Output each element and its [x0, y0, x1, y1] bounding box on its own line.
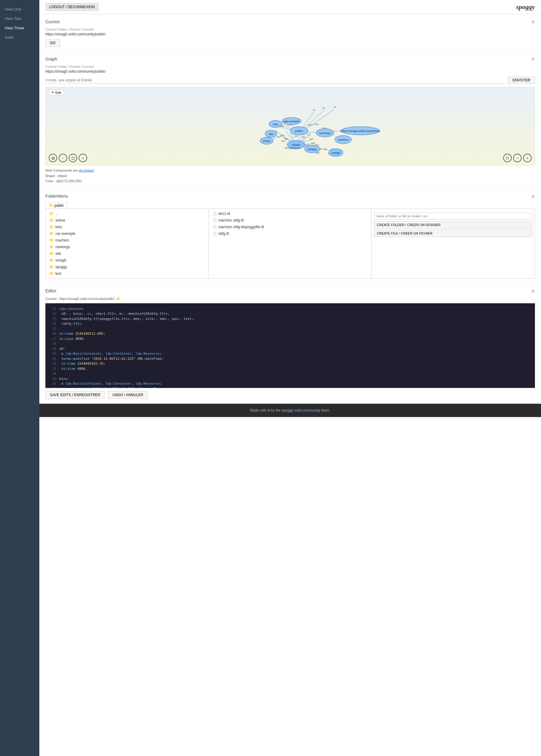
code-line-32: 32 st:time 1544095542.76;	[49, 362, 532, 367]
folder-item-machion[interactable]: 📁 machion	[46, 237, 209, 244]
svg-text:Folder: Folder	[292, 143, 301, 147]
go-button[interactable]: GO	[45, 39, 60, 47]
folder-smag0-icon: 📁	[49, 258, 54, 263]
current-folder-url: https://smag0.solid.community/public/	[45, 32, 535, 36]
graph-zoom-out-icon[interactable]: −	[513, 154, 522, 162]
folder-item-anime[interactable]: 📁 anime	[46, 217, 209, 224]
svg-text:file: file	[334, 106, 336, 108]
public-tab[interactable]: 📁 public	[45, 202, 67, 209]
current-folder-label: Current Folder / Dossier Courant	[45, 28, 535, 31]
svg-text:smag0: smag0	[331, 151, 340, 154]
editor-current-label: Current : https://smag0.solid.community/…	[45, 297, 535, 301]
code-line-22: 22 n0: , bins;, c;, <doc1.ttl>, m;, <mac…	[49, 312, 532, 317]
svg-text:type: type	[311, 142, 315, 144]
svg-text:public: public	[295, 130, 303, 133]
code-line-28: 28	[49, 342, 532, 347]
svg-text:folder: folder	[308, 124, 313, 126]
file-item-doc1[interactable]: 📄 doc1.ttl	[209, 210, 371, 217]
code-line-24: 24 <vbfg.ttl>.	[49, 322, 532, 327]
file-item-machion-vbfg[interactable]: 📄 machion vbfg.ttl	[209, 217, 371, 224]
code-line-37: 37 terms:modified "2018-11-14T09:59:08Z"…	[49, 386, 532, 388]
file-item-machion-spoggy[interactable]: 📄 machion vbfg.ttlspoggyfile.ttl	[209, 224, 371, 230]
svg-text:folder: folder	[279, 125, 285, 127]
current-chevron-icon: ∧	[531, 19, 535, 25]
graph-minus-icon[interactable]: −	[59, 154, 67, 162]
graph-plus-icon[interactable]: +	[79, 154, 87, 162]
svg-text:test: test	[273, 123, 278, 126]
sidebar-item-solid[interactable]: Solid	[0, 33, 39, 42]
svg-text:type: type	[294, 135, 298, 137]
code-line-35: 35bins:	[49, 377, 532, 381]
editor-title: Editor	[45, 289, 57, 293]
svg-text:anime: anime	[263, 140, 270, 143]
folder-menu-grid: 📁 .. 📁 anime 📁 bins 📁 car-exemple 📁	[45, 209, 535, 279]
folder-site-icon: 📁	[49, 252, 54, 256]
vis-popup-link[interactable]: vis-popup!	[79, 169, 94, 172]
create-folder-button[interactable]: CREATE FOLDER / CREER UN DOSSIER	[374, 221, 532, 229]
svg-text:machion: machion	[338, 138, 348, 141]
graph-location-icon[interactable]: ⊕	[49, 154, 57, 162]
code-line-30: 30 a ldp:BasicContainer, ldp:Container, …	[49, 352, 532, 357]
folder-item-site[interactable]: 📁 site	[46, 250, 209, 257]
envoyer-button[interactable]: ENVOYER	[508, 77, 535, 84]
graph-folder-url: https://smag0.solid.community/public/	[45, 69, 535, 74]
file-machion-vbfg-icon: 📄	[213, 218, 217, 223]
editor-code-area[interactable]: 21ldp:contains 22 n0: , bins;, c;, <doc1…	[45, 303, 535, 388]
folder-spoggy-icon: 📁	[49, 265, 54, 269]
sidebar-item-view-two[interactable]: View Two	[0, 14, 39, 23]
file-doc1-icon: 📄	[213, 212, 217, 216]
folder-machion-icon: 📁	[49, 238, 54, 243]
files-column: 📄 doc1.ttl 📄 machion vbfg.ttl 📄 machion …	[209, 209, 372, 279]
svg-text:type: type	[302, 136, 306, 138]
folder-menu-section-header[interactable]: FolderMenu ∧	[45, 193, 535, 199]
editor-folder-icon: 📁	[116, 297, 120, 301]
folder-item-smag0[interactable]: 📁 smag0	[46, 257, 209, 264]
edit-button[interactable]: ✏ Edit	[48, 90, 64, 95]
graph-visualization: ✏ Edit	[45, 87, 535, 166]
current-section-header[interactable]: Current ∧	[45, 19, 535, 25]
svg-text:file: file	[312, 109, 315, 111]
create-file-button[interactable]: CREATE FILE / CREER UN FICHIER	[374, 230, 532, 237]
folder-item-meetings[interactable]: 📁 meetings	[46, 244, 209, 250]
folder-up-icon: 📁	[49, 212, 54, 216]
editor-section: Editor ∧ Current : https://smag0.solid.c…	[39, 284, 541, 404]
folder-item-up[interactable]: 📁 ..	[46, 210, 209, 217]
graph-folder-label: Current Folder / Dossier Courant	[45, 65, 535, 68]
code-line-36: 36 a ldp:BasicContainer, ldp:Container, …	[49, 381, 532, 386]
svg-text:type: type	[323, 148, 327, 150]
sidebar-item-view-one[interactable]: View One	[0, 5, 39, 14]
code-line-29: 29n0:	[49, 347, 532, 352]
editor-section-header[interactable]: Editor ∧	[45, 288, 535, 294]
graph-fit-icon[interactable]: ⊡	[503, 154, 512, 162]
code-line-27: 27st:size 4096.	[49, 337, 532, 342]
code-line-26: 26st:time 1544106511.085;	[49, 332, 532, 337]
graph-search-input[interactable]	[45, 77, 505, 84]
folder-menu-section: FolderMenu ∧ 📁 public 📁 .. 📁 anime	[39, 189, 541, 284]
code-line-34: 34	[49, 372, 532, 377]
logout-button[interactable]: LOGOUT / DECONNEXION	[45, 3, 99, 11]
folder-menu-chevron-icon: ∧	[531, 193, 535, 199]
footer-team-link[interactable]: spoggy solid community	[282, 408, 320, 412]
graph-svg: folder folder folder file file file type…	[46, 87, 535, 165]
svg-text:meetings: meetings	[319, 132, 331, 135]
file-item-vbfg[interactable]: 📄 vbfg.ttl	[209, 230, 371, 237]
graph-section-header[interactable]: Graph ∧	[45, 56, 535, 62]
graph-center-icon[interactable]: ⊙	[69, 154, 77, 162]
folder-item-spoggy[interactable]: 📁 spoggy	[46, 264, 209, 270]
svg-text:spoggy: spoggy	[307, 148, 317, 151]
folder-item-bins[interactable]: 📁 bins	[46, 224, 209, 230]
editor-actions: SAVE EDITS / ENREGISTRER UNDO / ANNULER	[45, 391, 535, 399]
save-edits-button[interactable]: SAVE EDITS / ENREGISTRER	[45, 391, 105, 399]
folder-item-test[interactable]: 📁 test	[46, 270, 209, 277]
editor-chevron-icon: ∧	[531, 288, 535, 294]
header: LOGOUT / DECONNEXION spoggy	[39, 0, 541, 14]
sidebar: View One View Two View Three Solid	[0, 0, 39, 756]
footer: Made with ♥ by the spoggy solid communit…	[39, 404, 541, 417]
sidebar-item-view-three[interactable]: View Three	[0, 23, 39, 33]
new-name-input[interactable]	[374, 213, 532, 220]
graph-controls-left: ⊕ − ⊙ +	[49, 154, 87, 162]
graph-chevron-icon: ∧	[531, 56, 535, 62]
graph-zoom-in-icon[interactable]: +	[523, 154, 532, 162]
undo-button[interactable]: UNDO / ANNULER	[108, 391, 148, 399]
folder-item-car-exemple[interactable]: 📁 car-exemple	[46, 230, 209, 237]
